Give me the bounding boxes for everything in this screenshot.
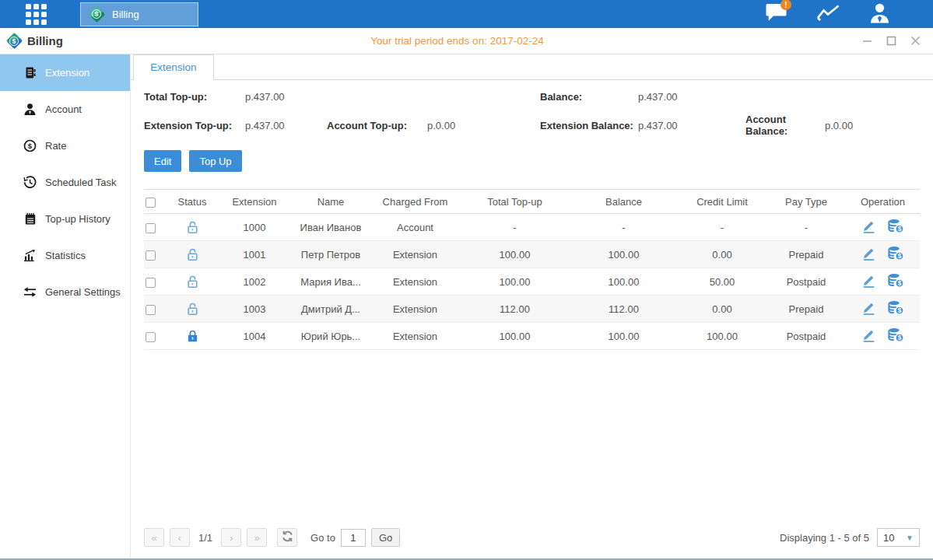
extension-cell: 1000 [218, 214, 291, 241]
window-controls [861, 36, 921, 47]
select-all-checkbox[interactable] [146, 198, 156, 208]
sidebar-item-account[interactable]: Account [0, 91, 130, 128]
close-icon[interactable] [910, 36, 921, 47]
app-tab-billing[interactable]: $ Billing [80, 2, 198, 26]
svg-text:$: $ [898, 252, 902, 260]
sidebar-item-label: Top-up History [45, 213, 110, 225]
name-cell: Иван Иванов [291, 214, 370, 241]
top-up-button[interactable]: Top Up [189, 150, 241, 172]
next-page-button[interactable]: › [221, 528, 241, 547]
main-content: Extension Total Top-up: p.437.00 Balance… [131, 54, 933, 558]
chart-icon [816, 3, 840, 26]
pagination-bar: « ‹ 1/1 › » Go to Go Displaying 1 - 5 of… [144, 528, 920, 547]
extension-cell: 1003 [218, 296, 291, 323]
maximize-icon[interactable] [886, 36, 896, 47]
scheduled-task-icon [23, 176, 37, 189]
charged-from-cell: Extension [370, 323, 460, 350]
extension-balance-label: Extension Balance: [540, 120, 638, 131]
balance-cell: - [570, 214, 678, 241]
edit-icon[interactable] [861, 247, 876, 261]
first-page-button[interactable]: « [144, 528, 164, 547]
goto-page-input[interactable] [341, 529, 366, 547]
edit-icon[interactable] [861, 274, 876, 288]
monitor-chart-icon[interactable] [815, 3, 841, 25]
charged-from-cell: Extension [370, 268, 460, 296]
column-header-balance: Balance [570, 190, 678, 214]
column-header-pay-type: Pay Type [766, 190, 846, 214]
edit-icon[interactable] [861, 328, 876, 342]
total-topup-cell: - [460, 214, 570, 241]
pay-type-cell: Postpaid [766, 323, 846, 350]
locked-icon [186, 329, 199, 343]
refresh-icon [282, 530, 293, 544]
sidebar-item-statistics[interactable]: Statistics [0, 237, 130, 274]
extension-cell: 1001 [218, 241, 291, 268]
topbar-right: ! [763, 3, 893, 25]
account-topup-value: p.0.00 [427, 120, 540, 131]
page-indicator: 1/1 [198, 532, 212, 544]
credit-limit-cell: 0.00 [678, 296, 766, 323]
row-checkbox[interactable] [146, 278, 156, 288]
svg-text:$: $ [898, 279, 902, 287]
topup-icon[interactable]: $ [888, 219, 904, 233]
last-page-button[interactable]: » [247, 528, 267, 547]
row-checkbox[interactable] [146, 223, 156, 233]
column-header-charged-from: Charged From [370, 190, 460, 214]
titlebar: $ Billing Your trial period ends on: 201… [0, 28, 933, 54]
sidebar-item-general-settings[interactable]: General Settings [0, 274, 130, 310]
unlocked-icon [186, 302, 199, 316]
unlocked-icon [186, 275, 199, 289]
sidebar-item-label: Account [45, 103, 82, 115]
extension-cell: 1004 [218, 323, 291, 350]
credit-limit-cell: - [678, 214, 766, 241]
statistics-icon [23, 249, 37, 262]
sidebar-item-scheduled-task[interactable]: Scheduled Task [0, 164, 130, 201]
sidebar-item-label: Statistics [45, 250, 86, 261]
minimize-icon[interactable] [861, 36, 872, 47]
topup-history-icon [23, 212, 37, 226]
table-row: 1001Петр ПетровExtension100.00100.000.00… [144, 241, 920, 268]
edit-button[interactable]: Edit [144, 150, 181, 172]
extension-topup-value: p.437.00 [245, 120, 327, 131]
column-header-total-top-up: Total Top-up [460, 190, 570, 214]
column-header-operation: Operation [846, 190, 920, 214]
messages-icon[interactable]: ! [763, 3, 790, 25]
billing-window: $ Billing ! $ Billing Your trial period … [0, 0, 933, 560]
topup-icon[interactable]: $ [888, 327, 904, 342]
pay-type-cell: - [766, 214, 846, 241]
apps-grid-icon[interactable] [26, 4, 47, 25]
extension-icon [23, 66, 37, 79]
page-size-value: 10 [883, 532, 894, 544]
credit-limit-cell: 50.00 [678, 268, 766, 296]
edit-icon[interactable] [861, 301, 876, 315]
svg-text:$: $ [898, 306, 902, 314]
extension-balance-value: p.437.00 [638, 120, 745, 131]
billing-diamond-icon: $ [5, 33, 23, 50]
row-checkbox[interactable] [146, 250, 156, 261]
page-size-select[interactable]: 10 ▼ [877, 528, 920, 547]
topup-icon[interactable]: $ [888, 273, 904, 288]
refresh-button[interactable] [277, 528, 297, 547]
go-button[interactable]: Go [371, 528, 400, 547]
rate-icon: $ [23, 139, 37, 152]
edit-icon[interactable] [861, 219, 876, 233]
row-checkbox[interactable] [146, 305, 156, 315]
billing-diamond-icon: $ [88, 5, 105, 23]
charged-from-cell: Account [370, 214, 460, 241]
charged-from-cell: Extension [370, 241, 460, 268]
sidebar-item-label: Scheduled Task [45, 177, 117, 188]
prev-page-button[interactable]: ‹ [170, 528, 190, 547]
balance-cell: 100.00 [570, 323, 678, 350]
sidebar-item-label: Rate [45, 140, 66, 152]
user-icon [869, 2, 890, 26]
sidebar-item-top-up-history[interactable]: Top-up History [0, 201, 130, 237]
extension-topup-label: Extension Top-up: [144, 120, 245, 131]
column-header-name: Name [291, 190, 370, 214]
topup-icon[interactable]: $ [888, 300, 904, 315]
topup-icon[interactable]: $ [888, 246, 904, 261]
sidebar-item-extension[interactable]: Extension [0, 54, 130, 91]
user-account-icon[interactable] [866, 3, 893, 25]
row-checkbox[interactable] [146, 332, 156, 342]
sidebar-item-rate[interactable]: $Rate [0, 128, 130, 164]
tab-extension[interactable]: Extension [133, 54, 214, 80]
